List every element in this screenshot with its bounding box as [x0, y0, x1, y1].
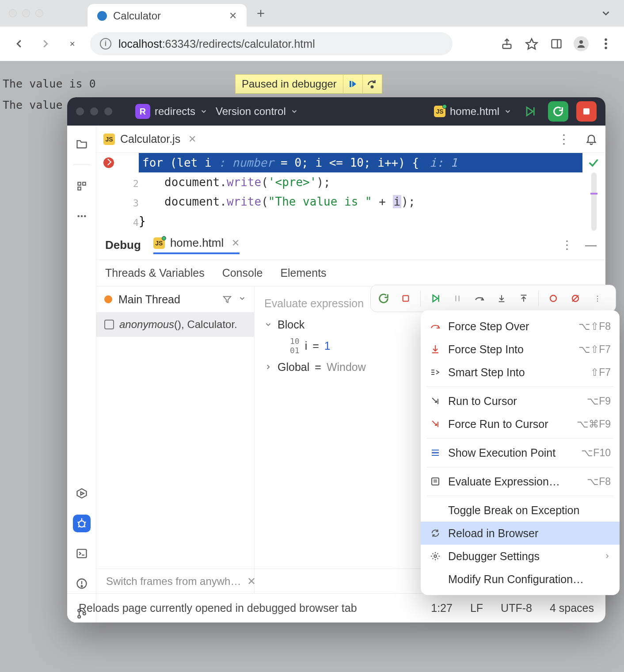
- browser-tab-calculator[interactable]: Calculator ✕: [88, 4, 247, 28]
- mute-breakpoints-icon[interactable]: [568, 291, 583, 306]
- reload-icon: [430, 528, 441, 538]
- reload-button[interactable]: ✕: [64, 35, 80, 52]
- debug-more-actions-menu: Force Step Over⌥⇧F8 Force Step Into⌥⇧F7 …: [421, 310, 620, 595]
- step-over-icon[interactable]: [472, 291, 487, 306]
- scrollbar-marker: [590, 193, 597, 195]
- editor-tab-menu-icon[interactable]: ⋮: [558, 132, 570, 146]
- traffic-max-icon[interactable]: [35, 9, 43, 17]
- menu-force-step-over[interactable]: Force Step Over⌥⇧F8: [421, 315, 620, 338]
- line-number: [96, 155, 139, 174]
- chevron-down-icon[interactable]: [238, 294, 246, 304]
- menu-toggle-break-on-exception[interactable]: Toggle Break on Exception: [421, 499, 620, 522]
- traffic-close-icon[interactable]: [9, 9, 17, 17]
- menu-evaluate-expression[interactable]: Evaluate Expression…⌥F8: [421, 470, 620, 493]
- favicon-icon: [97, 11, 107, 21]
- menu-show-execution-point[interactable]: Show Execution Point⌥F10: [421, 441, 620, 464]
- vcs-dropdown[interactable]: Version control: [216, 105, 298, 118]
- editor-tab-calculator-js[interactable]: JS Calculator.js ✕: [103, 133, 196, 145]
- ide-max-icon[interactable]: [104, 107, 112, 115]
- caret-position[interactable]: 1:27: [431, 602, 453, 615]
- step-over-button[interactable]: [362, 74, 382, 94]
- run-button[interactable]: [520, 101, 540, 122]
- menu-label: Force Step Over: [448, 320, 529, 333]
- indent-setting[interactable]: 4 spaces: [550, 602, 594, 615]
- breakpoint-icon[interactable]: [103, 157, 114, 168]
- menu-label: Show Execution Point: [448, 447, 556, 459]
- resume-script-button[interactable]: [343, 74, 362, 94]
- close-debug-tab-icon[interactable]: ✕: [232, 237, 240, 249]
- close-tab-icon[interactable]: ✕: [229, 10, 237, 22]
- menu-label: Reload in Browser: [448, 527, 538, 540]
- subtab-elements[interactable]: Elements: [280, 267, 326, 279]
- terminal-tool-icon[interactable]: [73, 545, 91, 562]
- step-out-icon[interactable]: [516, 291, 531, 306]
- services-tool-icon[interactable]: [73, 485, 91, 502]
- debug-tool-icon[interactable]: [73, 515, 91, 532]
- stop-debug-icon[interactable]: [398, 291, 413, 306]
- address-field[interactable]: i localhost:63343/redirects/calculator.h…: [90, 32, 453, 55]
- stack-frame-row[interactable]: anonymous(), Calculator.: [96, 312, 254, 337]
- browser-menu-icon[interactable]: [598, 36, 613, 51]
- menu-reload-in-browser[interactable]: Reload in Browser: [421, 522, 620, 545]
- chevron-down-icon: [264, 321, 272, 328]
- menu-force-step-into[interactable]: Force Step Into⌥⇧F7: [421, 338, 620, 361]
- show-execution-point-icon: [430, 448, 441, 457]
- debug-session-tab[interactable]: JS home.html ✕: [153, 236, 240, 254]
- menu-modify-run-configuration[interactable]: Modify Run Configuration…: [421, 568, 620, 591]
- profile-avatar-icon[interactable]: [574, 36, 589, 51]
- more-tools-icon[interactable]: [73, 207, 91, 225]
- close-editor-tab-icon[interactable]: ✕: [188, 134, 196, 145]
- stop-button[interactable]: [576, 101, 597, 122]
- problems-tool-icon[interactable]: [73, 575, 91, 592]
- menu-smart-step-into[interactable]: Smart Step Into⇧F7: [421, 361, 620, 384]
- scope-label: Global: [278, 361, 309, 374]
- project-tool-icon[interactable]: [73, 134, 91, 152]
- site-info-icon[interactable]: i: [100, 38, 111, 50]
- chevron-down-icon: [504, 107, 512, 115]
- menu-shortcut: ⇧F7: [590, 367, 611, 378]
- new-tab-button[interactable]: ＋: [251, 4, 270, 23]
- frames-column: Main Thread anonymous(), Calculator.: [96, 286, 255, 593]
- code-editor[interactable]: 2 3 4 for (let i : number = 0; i <= 10; …: [96, 153, 605, 231]
- subtab-console[interactable]: Console: [222, 267, 263, 279]
- file-encoding[interactable]: UTF-8: [501, 602, 532, 615]
- back-button[interactable]: [11, 35, 27, 52]
- pause-program-icon[interactable]: [450, 291, 465, 306]
- inspections-ok-icon[interactable]: [587, 157, 601, 170]
- svg-marker-9: [352, 81, 356, 87]
- sidepanel-icon[interactable]: [549, 36, 564, 51]
- ide-close-icon[interactable]: [76, 107, 84, 115]
- step-into-icon[interactable]: [494, 291, 509, 306]
- resume-program-icon[interactable]: [428, 291, 443, 306]
- rerun-button[interactable]: [548, 101, 568, 122]
- bookmark-star-icon[interactable]: [524, 36, 539, 51]
- project-selector[interactable]: R redirects: [135, 104, 208, 119]
- status-message: Reloads page currently opened in debugge…: [79, 602, 357, 615]
- thread-row[interactable]: Main Thread: [96, 286, 254, 312]
- share-icon[interactable]: [499, 36, 514, 51]
- svg-point-46: [550, 295, 556, 302]
- close-hint-icon[interactable]: ✕: [247, 575, 256, 588]
- left-tool-strip: [67, 126, 96, 622]
- ide-min-icon[interactable]: [90, 107, 98, 115]
- menu-run-to-cursor[interactable]: Run to Cursor⌥F9: [421, 389, 620, 412]
- svg-rect-37: [403, 296, 409, 302]
- line-separator[interactable]: LF: [470, 602, 483, 615]
- notifications-icon[interactable]: [585, 133, 598, 146]
- view-breakpoints-icon[interactable]: [546, 291, 561, 306]
- traffic-min-icon[interactable]: [22, 9, 30, 17]
- debug-more-actions-icon[interactable]: ⋮: [590, 291, 605, 306]
- rerun-debug-icon[interactable]: [376, 291, 391, 306]
- subtab-threads-variables[interactable]: Threads & Variables: [105, 267, 205, 279]
- svg-point-7: [605, 47, 607, 50]
- menu-force-run-to-cursor[interactable]: Force Run to Cursor⌥⌘F9: [421, 412, 620, 435]
- run-config-selector[interactable]: JS home.html: [434, 105, 512, 118]
- tab-overflow-icon[interactable]: [600, 8, 612, 19]
- forward-button[interactable]: [37, 35, 54, 52]
- structure-tool-icon[interactable]: [73, 177, 91, 195]
- menu-debugger-settings[interactable]: Debugger Settings: [421, 545, 620, 568]
- filter-icon[interactable]: [222, 294, 232, 304]
- minimize-panel-icon[interactable]: —: [585, 238, 597, 252]
- scrollbar[interactable]: [591, 172, 597, 231]
- debug-panel-menu-icon[interactable]: ⋮: [561, 238, 573, 252]
